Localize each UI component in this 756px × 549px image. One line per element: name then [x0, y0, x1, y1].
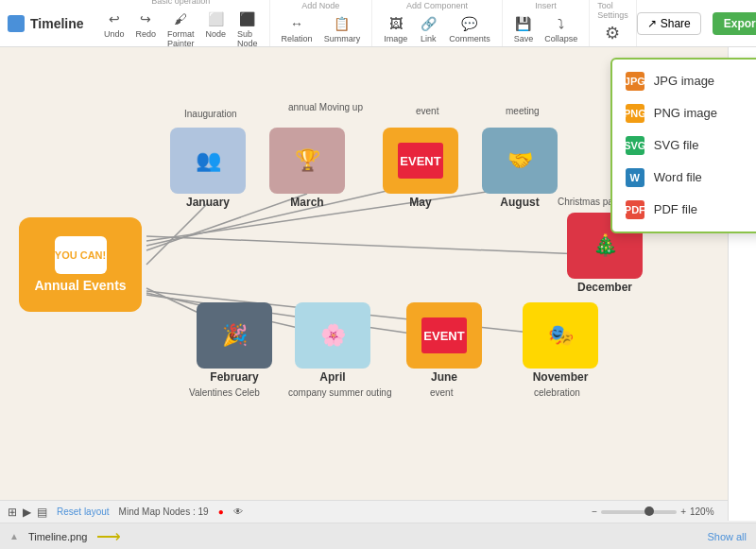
march-node[interactable]: 🏆 March [269, 128, 345, 209]
png-icon: PNG [626, 104, 644, 123]
link-button[interactable]: 🔗Link [415, 12, 441, 45]
basic-operation-section: Basic operation ↩Undo ↪Redo 🖌Format Pain… [93, 0, 270, 46]
june-label: June [431, 370, 457, 384]
tool-settings-section: Tool Settings ⚙ [590, 0, 637, 46]
november-box: 🎭 [523, 302, 598, 369]
export-jpg-item[interactable]: JPG JPG image [612, 65, 756, 97]
download-bar: ▲ Timeline.png ⟶ Show all [0, 523, 756, 549]
bottom-bar: ⊞ ▶ ▤ Reset layout Mind Map Nodes : 19 ●… [0, 500, 756, 523]
center-node[interactable]: YOU CAN! Annual Events [19, 217, 142, 312]
may-node[interactable]: EVENT May [383, 128, 458, 209]
export-pdf-item[interactable]: PDF PDF file [612, 194, 756, 226]
insert-label: Insert [535, 1, 557, 10]
august-label: August [500, 196, 539, 209]
august-image: 🤝 [482, 128, 558, 194]
show-all-button[interactable]: Show all [707, 531, 747, 542]
play-icon[interactable]: ▶ [23, 506, 31, 519]
app-title: Timeline [8, 15, 93, 32]
comments-button[interactable]: 💬Comments [445, 12, 494, 45]
june-node[interactable]: EVENT June [406, 302, 482, 384]
grid-icon[interactable]: ⊞ [8, 506, 17, 519]
august-node[interactable]: 🤝 August [482, 128, 558, 209]
node-button[interactable]: ⬜Node [202, 8, 231, 50]
basic-operation-buttons: ↩Undo ↪Redo 🖌Format Painter ⬜Node ⬛Sub N… [100, 8, 262, 50]
svg-icon: SVG [626, 136, 644, 155]
march-box: 🏆 [269, 128, 345, 194]
eye-icon[interactable]: 👁 [233, 506, 243, 517]
add-node-buttons: ↔Relation 📋Summary [278, 12, 365, 45]
sub-node-button[interactable]: ⬛Sub Node [233, 8, 262, 50]
pdf-icon: PDF [626, 200, 644, 219]
chevron-up-icon[interactable]: ▲ [9, 531, 19, 541]
february-box: 🎉 [197, 302, 272, 369]
may-label: May [409, 196, 431, 209]
reset-layout-btn[interactable]: Reset layout [57, 506, 110, 517]
insert-section: Insert 💾Save ⤵Collapse [503, 0, 591, 46]
mind-map-nodes-info: Mind Map Nodes : 19 [119, 506, 209, 517]
november-annotation: celebration [534, 387, 580, 398]
june-box: EVENT [406, 302, 482, 369]
relation-button[interactable]: ↔Relation [278, 12, 317, 45]
export-svg-item[interactable]: SVG SVG file [612, 129, 756, 162]
bottom-tools: ⊞ ▶ ▤ [8, 506, 47, 519]
export-word-item[interactable]: W Word file [612, 162, 756, 194]
march-label: March [290, 196, 323, 209]
export-png-item[interactable]: PNG PNG image [612, 97, 756, 129]
june-annotation: event [430, 387, 453, 398]
april-image: 🌸 [295, 302, 370, 369]
toolbar-right: ↗ Share Export JPG JPG image PNG PNG ima… [637, 12, 756, 35]
tool-settings-buttons: ⚙ [599, 22, 626, 45]
record-dot: ● [218, 506, 224, 517]
december-label: December [577, 281, 632, 294]
summary-button[interactable]: 📋Summary [320, 12, 365, 45]
format-painter-button[interactable]: 🖌Format Painter [163, 8, 198, 50]
april-box: 🌸 [295, 302, 370, 369]
march-image: 🏆 [269, 128, 345, 194]
january-annotation: Inauguration [184, 109, 237, 119]
download-arrow-icon[interactable]: ⟶ [96, 526, 121, 547]
march-annotation: annual Moving up [288, 102, 363, 112]
november-node[interactable]: 🎭 November [523, 302, 598, 384]
export-button[interactable]: Export [713, 12, 756, 35]
february-image: 🎉 [197, 302, 272, 369]
add-node-section: Add Node ↔Relation 📋Summary [270, 0, 373, 46]
june-image: EVENT [421, 317, 467, 354]
jpg-label: JPG image [654, 74, 714, 88]
add-component-label: Add Component [406, 1, 468, 10]
january-node[interactable]: 👥 January [170, 128, 246, 209]
may-box: EVENT [383, 128, 458, 194]
file-name: Timeline.png [28, 531, 88, 542]
pdf-label: PDF file [654, 202, 697, 216]
settings-button[interactable]: ⚙ [599, 22, 626, 45]
word-icon: W [626, 168, 644, 187]
undo-button[interactable]: ↩Undo [100, 8, 129, 50]
basic-operation-label: Basic operation [151, 0, 210, 6]
timeline-icon [8, 15, 25, 32]
center-label: Annual Events [34, 278, 126, 293]
svg-line-0 [146, 203, 208, 265]
february-node[interactable]: 🎉 February [197, 302, 272, 384]
add-component-buttons: 🖼Image 🔗Link 💬Comments [380, 12, 494, 45]
share-icon: ↗ [647, 17, 657, 30]
image-button[interactable]: 🖼Image [380, 12, 411, 45]
zoom-in-btn[interactable]: + [680, 506, 686, 517]
table-icon[interactable]: ▤ [37, 506, 47, 519]
may-annotation: event [416, 106, 438, 116]
save-button[interactable]: 💾Save [510, 12, 538, 45]
zoom-out-btn[interactable]: − [592, 506, 597, 517]
zoom-slider[interactable] [601, 510, 677, 514]
add-node-label: Add Node [301, 1, 339, 10]
november-label: November [533, 370, 589, 384]
redo-button[interactable]: ↪Redo [132, 8, 161, 50]
november-image: 🎭 [523, 302, 598, 369]
august-annotation: meeting [506, 106, 540, 116]
january-box: 👥 [170, 128, 246, 194]
zoom-level: 120% [690, 506, 724, 517]
center-inner-text: YOU CAN! [55, 249, 106, 261]
center-inner-badge: YOU CAN! [55, 236, 107, 274]
may-image: EVENT [398, 143, 443, 180]
february-label: February [210, 370, 258, 384]
collapse-button[interactable]: ⤵Collapse [541, 12, 581, 45]
april-node[interactable]: 🌸 April [295, 302, 370, 384]
share-button[interactable]: ↗ Share [637, 12, 701, 35]
